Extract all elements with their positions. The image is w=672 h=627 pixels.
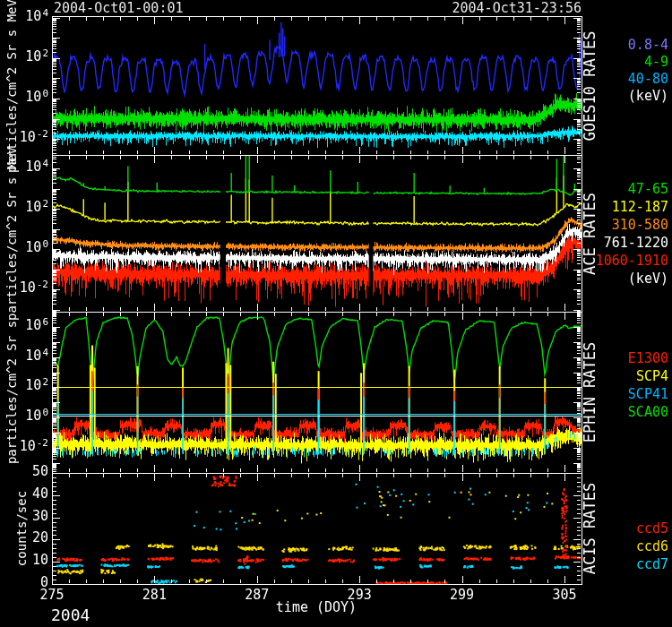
y-tick-label-p0-2: 100 [25,90,48,104]
x-tick-label-305: 305 [545,588,584,602]
start-timestamp: 2004-Oct01-00:01 [54,2,184,15]
panel-right-label-3: ACIS RATES [582,483,598,574]
x-tick-label-299: 299 [443,588,482,602]
y-tick-label-p3-4: 10 [32,554,48,567]
end-timestamp: 2004-Oct31-23:56 [452,2,582,15]
legend-item-keV: (keV) [628,90,668,103]
legend-item-0.8-4: 0.8-4 [628,39,668,52]
x-tick-label-293: 293 [340,588,379,602]
x-tick-label-281: 281 [134,588,174,602]
legend-item-ccd5: ccd5 [636,522,668,536]
y-tick-label-p0-3: 10-2 [20,131,48,144]
legend-item-E1300: E1300 [628,352,668,365]
y-tick-label-p1-1: 102 [25,201,48,214]
legend-item-ccd6: ccd6 [636,540,668,554]
legend-item-47-65: 47-65 [628,183,668,196]
y-tick-label-p3-3: 20 [32,531,48,545]
y-axis-label-1: particles/cm^2 Sr s MeV [5,147,18,321]
legend-item-keV: (keV) [628,272,668,286]
y-tick-label-p3-2: 30 [32,510,48,523]
y-tick-label-p3-0: 50 [32,465,48,478]
legend-item-ccd7: ccd7 [636,558,668,571]
legend-item-761-1220: 761-1220 [604,236,668,250]
y-axis-label-2: particles/cm^2 Sr s [5,321,18,464]
y-tick-label-p2-1: 104 [25,349,48,363]
legend-item-310-580: 310-580 [612,219,668,232]
y-tick-label-p3-1: 40 [32,487,48,501]
panel-right-label-2: EPHIN RATES [582,342,598,443]
legend-item-40-80: 40-80 [628,73,668,86]
y-tick-label-p1-0: 104 [25,160,48,174]
legend-item-1060-1910: 1060-1910 [596,254,668,268]
legend-item-SCP41: SCP41 [628,388,668,401]
legend-item-SCP4: SCP4 [636,370,668,383]
y-tick-label-p1-2: 100 [25,241,48,254]
year-label: 2004 [51,606,90,624]
y-tick-label-p2-2: 102 [25,379,48,392]
x-tick-label-287: 287 [237,588,277,602]
x-tick-label-275: 275 [32,588,72,602]
y-axis-label-3: counts/sec [15,491,28,566]
y-tick-label-p0-1: 102 [25,50,48,64]
panel-right-label-0: GOES10 RATES [582,30,598,141]
y-tick-label-p2-0: 106 [25,319,48,332]
y-tick-label-p2-3: 100 [25,409,48,423]
y-tick-label-p0-0: 104 [25,10,48,23]
legend-item-4-9: 4-9 [644,56,668,69]
legend-item-SCA00: SCA00 [628,406,668,419]
y-tick-label-p1-3: 10-2 [20,281,48,295]
chart-canvas [0,0,672,627]
legend-item-112-187: 112-187 [612,201,668,214]
y-tick-label-p2-4: 10-2 [20,440,48,453]
radiation-rates-plot: 2004-Oct01-00:01 2004-Oct31-23:56 time (… [0,0,672,627]
